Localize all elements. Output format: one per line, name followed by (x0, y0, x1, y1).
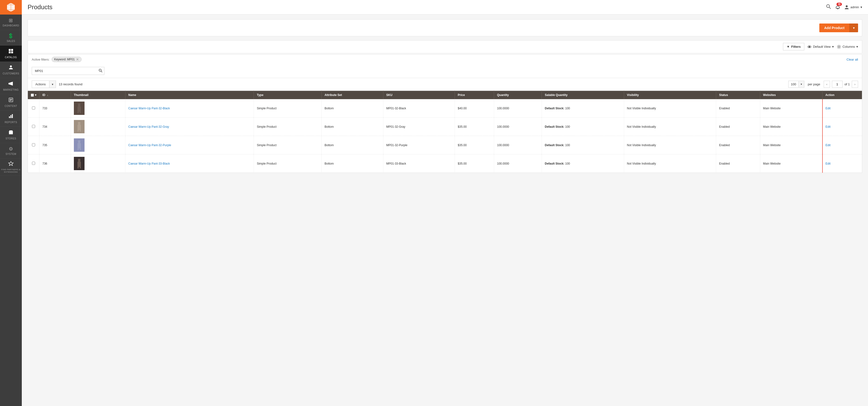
current-page-input[interactable] (832, 81, 843, 88)
sidebar-item-marketing[interactable]: MARKETING (0, 78, 22, 94)
product-name-link[interactable]: Caesar Warm-Up Pant-32-Gray (128, 125, 169, 128)
sidebar-item-sales[interactable]: 💲 SALES (0, 30, 22, 46)
view-selector[interactable]: Default View ▾ (807, 45, 834, 49)
row-checkbox[interactable] (32, 162, 35, 165)
sidebar-item-label: REPORTS (5, 121, 17, 124)
row-checkbox[interactable] (32, 143, 35, 146)
row-action: Edit (823, 99, 862, 118)
row-checkbox[interactable] (32, 125, 35, 128)
reports-icon (8, 113, 13, 120)
sidebar-item-label: CONTENT (5, 105, 17, 107)
row-status: Enabled (716, 118, 760, 136)
add-product-dropdown-button[interactable]: ▾ (849, 24, 858, 32)
active-filters-bar: Active filters: Keyword: MP01 ✕ Clear al… (28, 55, 862, 64)
row-attribute-set: Bottom (321, 136, 383, 154)
row-visibility: Not Visible Individually (624, 136, 716, 154)
row-attribute-set: Bottom (321, 118, 383, 136)
filters-button[interactable]: ▼ Filters (783, 43, 804, 51)
product-thumbnail (74, 157, 85, 170)
admin-user-menu[interactable]: admin ▾ (844, 5, 862, 10)
sidebar-item-dashboard[interactable]: ⊞ DASHBOARD (0, 14, 22, 30)
svg-rect-39 (78, 162, 81, 167)
prev-page-button[interactable]: ‹ (824, 81, 830, 88)
th-id: ID ↓ (39, 91, 71, 99)
search-submit-button[interactable] (99, 68, 102, 74)
sidebar-item-content[interactable]: CONTENT (0, 94, 22, 111)
row-salable-quantity: Default Stock: 100 (542, 154, 624, 173)
row-action: Edit (823, 154, 862, 173)
svg-rect-13 (12, 114, 13, 118)
th-sku: SKU (383, 91, 455, 99)
next-page-button[interactable]: › (852, 81, 858, 88)
table-row: 734 Caesar Warm-Up Pant-32-Gray Simple P… (28, 118, 862, 136)
row-checkbox-cell (28, 136, 39, 154)
sort-icon[interactable]: ↓ (47, 94, 48, 96)
select-all-checkbox[interactable] (31, 93, 34, 97)
row-status: Enabled (716, 136, 760, 154)
chevron-down-icon[interactable]: ▾ (35, 93, 36, 97)
columns-label: Columns (843, 45, 855, 49)
sidebar-item-system[interactable]: ⚙ SYSTEM (0, 143, 22, 158)
per-page-selector[interactable]: 100 ▾ (788, 81, 805, 88)
svg-rect-30 (78, 122, 81, 125)
row-price: $35.00 (455, 154, 494, 173)
sidebar-item-label: MARKETING (3, 88, 19, 91)
row-edit-link[interactable]: Edit (826, 162, 831, 165)
sales-icon: 💲 (8, 33, 14, 39)
row-thumbnail (71, 118, 125, 136)
view-label: Default View (813, 45, 831, 49)
actions-bar: Actions ▾ 13 records found 100 ▾ per pag… (28, 78, 862, 91)
system-icon: ⚙ (9, 146, 13, 152)
view-dropdown-icon: ▾ (832, 45, 834, 49)
row-id: 736 (39, 154, 71, 173)
row-checkbox[interactable] (32, 107, 35, 110)
th-thumbnail: Thumbnail (71, 91, 125, 99)
row-name: Caesar Warm-Up Pant-33-Black (125, 154, 254, 173)
row-checkbox-cell (28, 118, 39, 136)
row-edit-link[interactable]: Edit (826, 144, 831, 147)
sidebar-item-catalog[interactable]: CATALOG (0, 46, 22, 62)
admin-dropdown-icon: ▾ (861, 5, 862, 9)
svg-rect-28 (78, 112, 79, 113)
table-row: 733 Caesar Warm-Up Pant-32-Black Simple … (28, 99, 862, 118)
sidebar-item-label: FIND PARTNERS & EXTENSIONS (1, 169, 21, 173)
search-input[interactable] (32, 67, 104, 75)
sidebar-item-reports[interactable]: REPORTS (0, 111, 22, 127)
svg-rect-36 (78, 149, 79, 150)
svg-rect-33 (80, 130, 81, 132)
actions-dropdown[interactable]: Actions ▾ (32, 81, 56, 88)
product-name-link[interactable]: Caesar Warm-Up Pant-32-Black (128, 107, 170, 110)
add-product-button[interactable]: Add Product (819, 24, 849, 32)
stores-icon (8, 130, 13, 136)
row-attribute-set: Bottom (321, 99, 383, 118)
sidebar-item-label: SALES (7, 40, 15, 42)
filter-remove-button[interactable]: ✕ (76, 58, 79, 61)
dashboard-icon: ⊞ (9, 18, 13, 23)
sidebar-item-find-partners[interactable]: FIND PARTNERS & EXTENSIONS (0, 158, 22, 176)
filters-label: Filters (791, 45, 801, 49)
product-name-link[interactable]: Caesar Warm-Up Pant-33-Black (128, 162, 170, 165)
gear-icon (837, 45, 841, 49)
search-icon[interactable] (826, 4, 831, 10)
svg-rect-1 (11, 49, 13, 51)
columns-selector[interactable]: Columns ▾ (837, 45, 858, 49)
svg-rect-37 (80, 149, 81, 150)
sidebar-logo (0, 0, 22, 14)
row-edit-link[interactable]: Edit (826, 107, 831, 110)
svg-rect-32 (78, 130, 79, 132)
svg-rect-40 (78, 167, 79, 169)
notifications-button[interactable]: 39 (835, 4, 840, 10)
th-type: Type (254, 91, 321, 99)
product-name-link[interactable]: Caesar Warm-Up Pant-32-Purple (128, 144, 171, 147)
svg-rect-3 (11, 51, 13, 53)
search-input-wrap (32, 67, 104, 75)
svg-rect-41 (80, 167, 81, 169)
svg-point-17 (827, 5, 830, 7)
row-type: Simple Product (254, 154, 321, 173)
clear-all-button[interactable]: Clear all (846, 58, 858, 61)
row-edit-link[interactable]: Edit (826, 125, 831, 128)
sidebar-item-customers[interactable]: CUSTOMERS (0, 62, 22, 78)
sidebar-item-stores[interactable]: STORES (0, 127, 22, 143)
sidebar-item-label: DASHBOARD (3, 24, 19, 27)
notification-badge: 39 (837, 3, 842, 6)
